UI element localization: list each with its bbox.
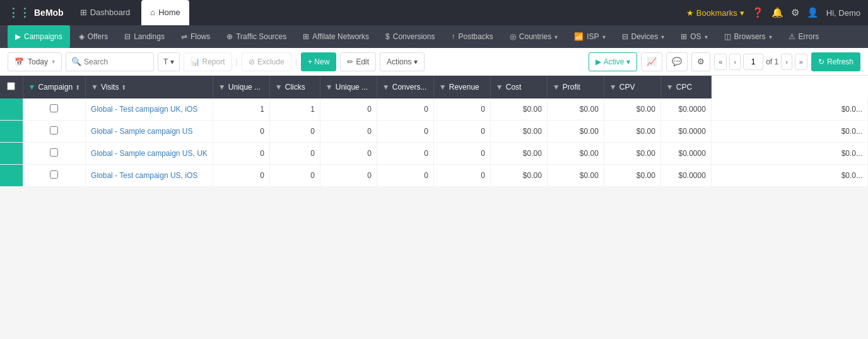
- bookmarks-button[interactable]: ★ Bookmarks ▾: [686, 8, 744, 18]
- nav-item-errors[interactable]: ⚠ Errors: [781, 25, 827, 48]
- help-button[interactable]: ❓: [752, 7, 764, 18]
- search-icon: 🔍: [71, 57, 81, 66]
- edit-button[interactable]: ✏ Edit: [340, 52, 376, 71]
- new-label: + New: [308, 57, 329, 66]
- clicks-2: 0: [320, 143, 377, 165]
- first-page-button[interactable]: «: [714, 54, 727, 70]
- new-button[interactable]: + New: [301, 52, 336, 71]
- nav-item-browsers[interactable]: ◫ Browsers ▾: [717, 25, 780, 48]
- refresh-button[interactable]: ↻ Refresh: [811, 52, 860, 71]
- settings-button[interactable]: ⚙: [791, 7, 799, 18]
- prev-page-button[interactable]: ‹: [729, 54, 741, 70]
- campaign-sort-icon: ⬆: [75, 84, 80, 91]
- unique1-1: 0: [269, 121, 320, 143]
- active-chevron-icon: ▾: [626, 57, 630, 66]
- cpc-header-label: CPC: [676, 83, 692, 92]
- cpc-column-header[interactable]: ▼ CPC: [660, 76, 711, 98]
- nav-item-countries[interactable]: ◎ Countries ▾: [502, 25, 565, 48]
- cost-0: $0.00: [547, 98, 604, 121]
- clicks-column-header[interactable]: ▼ Clicks: [269, 76, 320, 98]
- cpv-0: $0.0000: [660, 98, 711, 121]
- gear-icon: ⚙: [697, 57, 705, 66]
- report-icon: 📊: [191, 57, 200, 66]
- nav-item-postbacks[interactable]: ↑ Postbacks: [443, 25, 500, 48]
- campaign-name-3[interactable]: Global - Test campaign US, iOS: [86, 165, 213, 187]
- table-settings-button[interactable]: ⚙: [691, 52, 710, 71]
- cpc-1: $0.0...: [711, 121, 867, 143]
- flows-label: Flows: [191, 32, 210, 41]
- visits-header-label: Visits: [101, 83, 119, 92]
- campaign-column-header[interactable]: ▼ Campaign ⬆: [23, 76, 86, 98]
- unique2-column-header[interactable]: ▼ Unique ...: [320, 76, 377, 98]
- row-checkbox-2[interactable]: [50, 148, 58, 157]
- select-all-checkbox[interactable]: [7, 82, 15, 90]
- actions-button[interactable]: Actions ▾: [380, 52, 425, 71]
- table-row: Global - Test campaign US, iOS 0 0 0 0 0…: [0, 165, 868, 187]
- conversions-column-header[interactable]: ▼ Convers...: [377, 76, 433, 98]
- logo[interactable]: ⋮⋮ BeMob: [8, 6, 64, 20]
- campaign-name-0[interactable]: Global - Test campaign UK, iOS: [86, 98, 213, 121]
- visits-3: 0: [213, 165, 269, 187]
- date-picker[interactable]: 📅 Today ▾: [8, 52, 62, 71]
- notifications-button[interactable]: 🔔: [771, 7, 783, 18]
- active-filter-button[interactable]: ▶ Active ▾: [589, 52, 638, 71]
- unique1-column-header[interactable]: ▼ Unique ...: [213, 76, 269, 98]
- nav-item-landings[interactable]: ⊟ Landings: [117, 25, 172, 48]
- cpc-2: $0.0...: [711, 143, 867, 165]
- search-input[interactable]: [84, 57, 147, 66]
- profit-column-header[interactable]: ▼ Profit: [547, 76, 604, 98]
- comment-button[interactable]: 💬: [666, 52, 688, 71]
- conversions-0: 0: [433, 98, 490, 121]
- next-page-button[interactable]: ›: [781, 54, 792, 70]
- cost-column-header[interactable]: ▼ Cost: [490, 76, 547, 98]
- errors-label: Errors: [799, 32, 819, 41]
- row-checkbox-0[interactable]: [50, 104, 58, 112]
- os-icon: ⊞: [681, 32, 687, 41]
- conversions-2: 0: [433, 143, 490, 165]
- unique1-filter-icon: ▼: [218, 83, 226, 92]
- exclude-button[interactable]: ⊘ Exclude: [242, 52, 291, 71]
- campaign-name-2[interactable]: Global - Sample campaign US, UK: [86, 143, 213, 165]
- row-checkbox-1[interactable]: [50, 126, 58, 134]
- nav-item-campaigns[interactable]: ▶ Campaigns: [8, 25, 70, 48]
- cpc-0: $0.0...: [711, 98, 867, 121]
- visits-column-header[interactable]: ▼ Visits ⬆: [86, 76, 213, 98]
- nav-item-flows[interactable]: ⇌ Flows: [173, 25, 218, 48]
- clicks-3: 0: [320, 165, 377, 187]
- actions-label: Actions: [387, 57, 411, 66]
- nav-item-conversions[interactable]: $ Conversions: [378, 25, 442, 48]
- clicks-0: 0: [320, 98, 377, 121]
- play-icon: ▶: [595, 57, 601, 66]
- visits-2: 0: [213, 143, 269, 165]
- search-box[interactable]: 🔍: [66, 52, 154, 71]
- chart-button[interactable]: 📈: [641, 52, 662, 71]
- row-checkbox-3[interactable]: [50, 170, 58, 179]
- nav-tab-dashboard[interactable]: ⊞ Dashboard: [71, 0, 139, 25]
- profit-1: $0.00: [604, 121, 660, 143]
- campaign-name-1[interactable]: Global - Sample campaign US: [86, 121, 213, 143]
- table-row: Global - Sample campaign US 0 0 0 0 0 $0…: [0, 121, 868, 143]
- report-button[interactable]: 📊 Report: [184, 52, 232, 71]
- last-page-button[interactable]: »: [795, 54, 807, 70]
- user-button[interactable]: 👤: [807, 7, 819, 18]
- nav-item-affiliate-networks[interactable]: ⊞ Affilate Networks: [295, 25, 377, 48]
- campaigns-label: Campaigns: [24, 32, 62, 41]
- nav-item-isp[interactable]: 📶 ISP ▾: [566, 25, 613, 48]
- nav-item-offers[interactable]: ◈ Offers: [71, 25, 115, 48]
- visits-filter-icon: ▼: [91, 83, 98, 92]
- nav-tab-home[interactable]: ⌂ Home: [141, 0, 189, 25]
- nav-item-traffic-sources[interactable]: ⊕ Traffic Sources: [219, 25, 294, 48]
- calendar-icon: 📅: [15, 57, 24, 66]
- cost-3: $0.00: [547, 165, 604, 187]
- cpv-column-header[interactable]: ▼ CPV: [604, 76, 660, 98]
- nav-item-os[interactable]: ⊞ OS ▾: [673, 25, 715, 48]
- row-indicator-1: [0, 121, 23, 143]
- page-input[interactable]: [743, 54, 763, 70]
- unique2-filter-icon: ▼: [326, 83, 333, 92]
- conversions-header-label: Convers...: [392, 83, 427, 92]
- nav-item-devices[interactable]: ⊟ Devices ▾: [614, 25, 672, 48]
- unique2-1: 0: [377, 121, 433, 143]
- revenue-column-header[interactable]: ▼ Revenue: [433, 76, 490, 98]
- filter-button[interactable]: T ▾: [158, 52, 179, 71]
- select-all-header[interactable]: [0, 76, 23, 98]
